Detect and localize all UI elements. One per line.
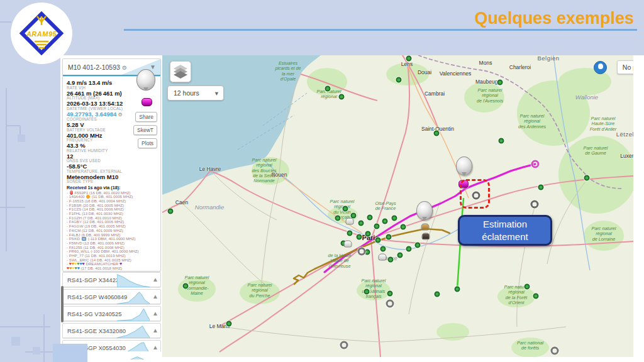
station-marker[interactable] (358, 221, 364, 226)
sonde-position-ring[interactable] (386, 300, 394, 308)
telemetry-item: -58.5°CTEMPERATURE, EXTERNAL (67, 163, 157, 173)
station-marker[interactable] (533, 293, 539, 299)
sonde-row-label: RS41-SG V3240525 (67, 310, 122, 317)
gear-icon[interactable]: ⚙ (122, 65, 127, 71)
telemetry-item: 12GNSS SVS USED (67, 153, 157, 163)
sidebar: M10 401-2-10593 ⚙ ▼ 4.9 m/s 13.4 m/sRATE… (61, 55, 162, 359)
sonde-icon (142, 98, 152, 106)
station-marker[interactable] (397, 253, 403, 258)
station-marker[interactable] (325, 86, 331, 92)
chevron-down-icon: ▾ (215, 86, 218, 100)
sonde-row[interactable]: RS41-SGP W4060849▲ (62, 289, 161, 304)
station-marker[interactable] (396, 77, 402, 83)
station-marker[interactable] (183, 283, 189, 289)
station-marker[interactable] (388, 257, 394, 263)
collapse-toggle-icon[interactable]: ▲ (152, 293, 158, 300)
balloon-marker[interactable] (416, 201, 433, 220)
station-marker[interactable] (374, 224, 380, 229)
time-filter-dropdown[interactable]: 12 hours ▾ (167, 85, 224, 101)
station-marker[interactable] (339, 94, 345, 100)
station-marker[interactable] (387, 291, 393, 297)
sonde-position-ring[interactable] (551, 347, 559, 355)
station-marker[interactable] (226, 321, 232, 327)
layers-button[interactable] (170, 61, 191, 82)
station-marker[interactable] (343, 206, 348, 212)
map[interactable]: Le HavreRouenCaenLe MansParisLensDouaiVa… (162, 55, 633, 357)
station-marker[interactable] (347, 231, 353, 236)
altitude-sparkline (117, 273, 150, 287)
station-marker[interactable] (525, 284, 530, 290)
logo-text: ARAM95 (26, 30, 57, 38)
layers-icon (170, 62, 191, 82)
cyl-white-marker[interactable] (344, 241, 352, 248)
balloon-marker[interactable] (456, 156, 472, 175)
share-button[interactable]: Share (135, 112, 157, 122)
sonde-row[interactable]: RS41-SGP X3442336▲ (62, 272, 161, 287)
collapse-toggle-icon[interactable]: ▲ (152, 276, 158, 283)
sonde-position-ring[interactable] (340, 341, 348, 349)
station-marker[interactable] (499, 138, 504, 144)
station-marker[interactable] (386, 234, 392, 240)
sonde-position-ring[interactable] (358, 248, 366, 256)
station-marker[interactable] (365, 231, 371, 237)
sonde-row[interactable]: RS41-SGE X3432080▲ (62, 323, 161, 338)
altitude-sparkline (117, 307, 150, 321)
slide-title: Quelques exemples (474, 9, 634, 28)
balloon-icon (136, 69, 155, 90)
aram95-logo: ARAM95 (11, 3, 72, 64)
skewt-button[interactable]: SkewT (133, 125, 157, 135)
tracker-logo-icon[interactable] (594, 61, 607, 74)
collapse-toggle-icon[interactable]: ▲ (152, 327, 158, 334)
estimation-callout: Estimation éclatement (458, 215, 552, 246)
title-underline (124, 29, 637, 31)
station-marker[interactable] (455, 287, 460, 292)
sidebar-buttons: ShareSkewTPlots (133, 112, 157, 148)
station-marker[interactable] (415, 243, 421, 248)
received-station-list: - F592P1 (16 DB, 401.0020 MHZ)- 140A400 … (67, 190, 157, 271)
map-base-tiles (162, 55, 633, 357)
sonde-position-ring[interactable] (531, 160, 540, 168)
station-marker[interactable] (497, 80, 503, 85)
telemetry-label: RELATIVE HUMIDITY (67, 149, 157, 153)
station-marker[interactable] (168, 209, 174, 214)
presentation-slide: ARAM95 Quelques exemples M10 401-2-10593… (0, 0, 644, 362)
station-marker[interactable] (434, 131, 440, 136)
gear-icon[interactable]: ⚙ (116, 112, 122, 118)
station-marker[interactable] (380, 246, 386, 252)
received-header: Received 1s ago via (18): (67, 185, 157, 190)
altitude-sparkline (117, 290, 150, 304)
cyl-white-marker[interactable] (346, 218, 354, 225)
primary-roads (279, 63, 469, 233)
cyl-dark-marker[interactable] (422, 233, 430, 240)
sonde-row[interactable]: RS41-SG V3240525▲ (62, 306, 161, 321)
sonde-id: M10 401-2-10593 ⚙ (68, 63, 127, 71)
station-marker[interactable] (406, 246, 412, 252)
collapse-toggle-icon[interactable]: ▲ (152, 344, 158, 351)
station-marker[interactable] (375, 238, 381, 243)
station-marker[interactable] (357, 234, 362, 240)
station-marker[interactable] (392, 216, 397, 221)
station-marker[interactable] (584, 175, 590, 181)
chevron-down-icon[interactable]: ▼ (150, 63, 156, 70)
sidebar-scrollbar[interactable] (61, 286, 64, 322)
received-station: ♥♥♥♥♥ (17 DB, 401.0018 MHZ) (67, 266, 157, 271)
collapse-toggle-icon[interactable]: ▲ (152, 310, 158, 317)
predictions-status[interactable]: No p (617, 60, 633, 74)
station-marker[interactable] (538, 185, 544, 190)
telemetry-label: SONDE TYPE (67, 180, 157, 184)
cyl-white-marker[interactable] (379, 254, 387, 261)
station-marker[interactable] (367, 215, 373, 221)
cyl-tan-marker[interactable] (421, 224, 430, 231)
station-marker[interactable] (335, 216, 341, 221)
time-filter-value: 12 hours (174, 89, 199, 97)
station-marker[interactable] (406, 56, 412, 62)
station-marker[interactable] (364, 289, 370, 295)
tracker-app-window: M10 401-2-10593 ⚙ ▼ 4.9 m/s 13.4 m/sRATE… (60, 55, 644, 362)
station-marker[interactable] (435, 292, 440, 297)
slide-decoration-box (53, 344, 87, 362)
plots-button[interactable]: Plots (138, 138, 157, 148)
altitude-sparkline (118, 352, 150, 359)
station-marker[interactable] (401, 224, 406, 230)
station-marker[interactable] (382, 219, 388, 224)
sonde-position-ring[interactable] (531, 200, 539, 209)
